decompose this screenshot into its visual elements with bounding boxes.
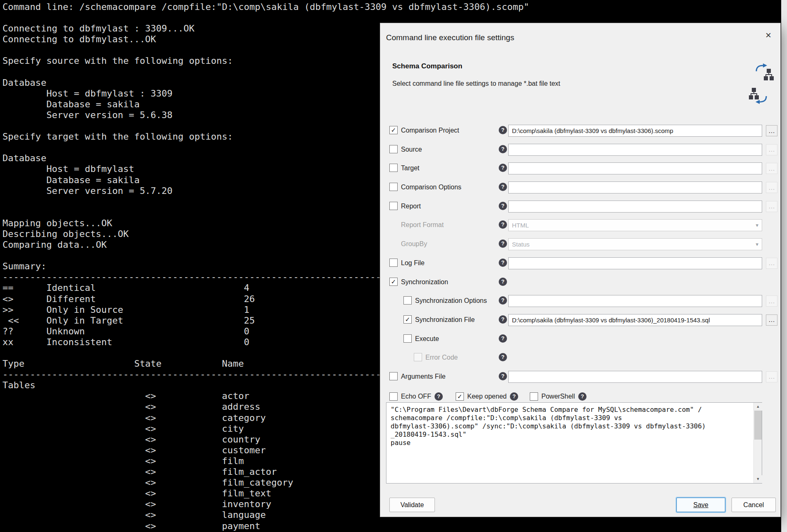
comparison-options-label: Comparison Options	[401, 184, 461, 191]
dialog-title: Command line execution file settings	[386, 33, 514, 42]
arguments-file-field[interactable]	[508, 371, 762, 383]
log-file-label: Log File	[401, 259, 425, 267]
header-icons	[742, 63, 775, 115]
source-help-icon[interactable]: ?	[499, 145, 507, 153]
execute-label: Execute	[415, 335, 439, 343]
scrollbar-thumb[interactable]	[754, 411, 762, 440]
report-label: Report	[401, 203, 421, 210]
comparison-project-field[interactable]	[508, 125, 762, 137]
source-browse-button[interactable]: …	[766, 144, 777, 155]
synchronization-options-field[interactable]	[508, 295, 762, 307]
close-icon[interactable]: ×	[762, 29, 775, 41]
terminal-line: Command line: /schemacompare /compfile:"…	[2, 2, 781, 12]
comparison-project-checkbox[interactable]: ✓	[389, 126, 398, 134]
report-format-label: Report Format	[401, 221, 444, 229]
copy-settings-to-target-icon[interactable]	[754, 63, 775, 81]
execute-help-icon[interactable]: ?	[499, 334, 507, 343]
comparison-project-help-icon[interactable]: ?	[499, 126, 507, 134]
settings-row-execute: Execute?	[380, 330, 780, 349]
synchronization-options-browse-button[interactable]: …	[766, 295, 777, 307]
target-checkbox[interactable]	[389, 164, 398, 172]
report-help-icon[interactable]: ?	[499, 202, 507, 210]
target-help-icon[interactable]: ?	[499, 164, 507, 172]
copy-settings-to-source-icon[interactable]	[748, 87, 769, 105]
powershell-label: PowerShell	[541, 393, 575, 400]
settings-row-report: Report?…	[380, 197, 780, 216]
synchronization-file-help-icon[interactable]: ?	[499, 315, 507, 324]
save-button[interactable]: Save	[676, 498, 725, 512]
keep-opened-checkbox[interactable]: ✓	[456, 392, 464, 401]
flag-powershell: PowerShell?	[530, 392, 587, 401]
synchronization-file-browse-button[interactable]: …	[766, 314, 777, 326]
comparison-options-field[interactable]	[508, 181, 762, 193]
synchronization-file-checkbox[interactable]: ✓	[403, 315, 412, 324]
flag-keep-opened: ✓Keep opened?	[456, 392, 518, 401]
settings-row-report-format: Report Format?HTML▾	[380, 216, 780, 235]
groupby-combo[interactable]: Status▾	[508, 238, 762, 250]
report-format-combo-value: HTML	[512, 222, 529, 229]
report-field[interactable]	[508, 201, 762, 213]
source-checkbox[interactable]	[389, 145, 398, 153]
synchronization-options-checkbox[interactable]	[403, 296, 412, 305]
settings-row-synchronization: ✓Synchronization?	[380, 273, 780, 292]
keep-opened-help-icon[interactable]: ?	[510, 392, 518, 401]
echo-off-checkbox[interactable]	[389, 392, 398, 401]
comparison-project-label: Comparison Project	[401, 127, 459, 134]
target-field[interactable]	[508, 162, 762, 174]
comparison-options-browse-button[interactable]: …	[766, 182, 777, 193]
settings-row-source: Source?…	[380, 140, 780, 160]
arguments-file-help-icon[interactable]: ?	[499, 372, 507, 380]
scroll-down-icon[interactable]: ▼	[754, 475, 762, 483]
terminal-line: <> payment	[2, 521, 781, 532]
comparison-options-checkbox[interactable]	[389, 183, 398, 191]
log-file-checkbox[interactable]	[389, 259, 398, 267]
synchronization-options-help-icon[interactable]: ?	[499, 296, 507, 305]
synchronization-label: Synchronization	[401, 278, 448, 286]
terminal-line	[2, 12, 781, 23]
powershell-help-icon[interactable]: ?	[578, 392, 587, 401]
settings-row-log-file: Log File?…	[380, 254, 780, 273]
target-browse-button[interactable]: …	[766, 163, 777, 174]
settings-rows: ✓Comparison Project?…Source?…Target?…Com…	[380, 121, 780, 387]
synchronization-checkbox[interactable]: ✓	[389, 278, 398, 286]
section-subtitle: Select command line file settings to man…	[392, 80, 560, 87]
cancel-button[interactable]: Cancel	[731, 498, 776, 512]
report-format-help-icon[interactable]: ?	[499, 220, 507, 229]
bat-text[interactable]: "C:\Program Files\Devart\dbForge Schema …	[386, 403, 753, 483]
target-label: Target	[401, 164, 419, 172]
chevron-down-icon: ▾	[756, 241, 758, 247]
source-field[interactable]	[508, 144, 762, 156]
synchronization-help-icon[interactable]: ?	[499, 278, 507, 286]
execute-checkbox[interactable]	[403, 334, 412, 343]
synchronization-file-field[interactable]	[508, 314, 762, 326]
comparison-options-help-icon[interactable]: ?	[499, 183, 507, 191]
settings-row-error-code: Error Code?	[380, 348, 780, 368]
comparison-project-browse-button[interactable]: …	[766, 125, 777, 136]
synchronization-file-label: Synchronization File	[415, 316, 475, 324]
log-file-field[interactable]	[508, 257, 762, 269]
error-code-label: Error Code	[425, 354, 458, 361]
settings-row-comparison-options: Comparison Options?…	[380, 178, 780, 197]
log-file-browse-button[interactable]: …	[766, 258, 777, 269]
arguments-file-browse-button[interactable]: …	[766, 371, 777, 382]
error-code-checkbox[interactable]	[414, 353, 422, 361]
flag-echo-off: Echo OFF?	[389, 392, 443, 401]
echo-off-help-icon[interactable]: ?	[435, 392, 443, 401]
report-checkbox[interactable]	[389, 202, 398, 210]
source-label: Source	[401, 146, 422, 153]
error-code-help-icon[interactable]: ?	[499, 353, 507, 361]
validate-button[interactable]: Validate	[389, 498, 435, 512]
report-browse-button[interactable]: …	[766, 201, 777, 212]
log-file-help-icon[interactable]: ?	[499, 259, 507, 267]
powershell-checkbox[interactable]	[530, 392, 538, 401]
groupby-help-icon[interactable]: ?	[499, 239, 507, 248]
command-line-settings-dialog: Command line execution file settings × S…	[380, 23, 781, 517]
scroll-up-icon[interactable]: ▲	[754, 403, 762, 411]
arguments-file-checkbox[interactable]	[389, 372, 398, 380]
scrollbar[interactable]: ▲ ▼	[753, 403, 762, 483]
section-title: Schema Comparison	[392, 62, 462, 70]
chevron-down-icon: ▾	[756, 222, 758, 228]
synchronization-options-label: Synchronization Options	[415, 297, 487, 305]
report-format-combo[interactable]: HTML▾	[508, 219, 762, 231]
groupby-combo-value: Status	[512, 241, 530, 248]
